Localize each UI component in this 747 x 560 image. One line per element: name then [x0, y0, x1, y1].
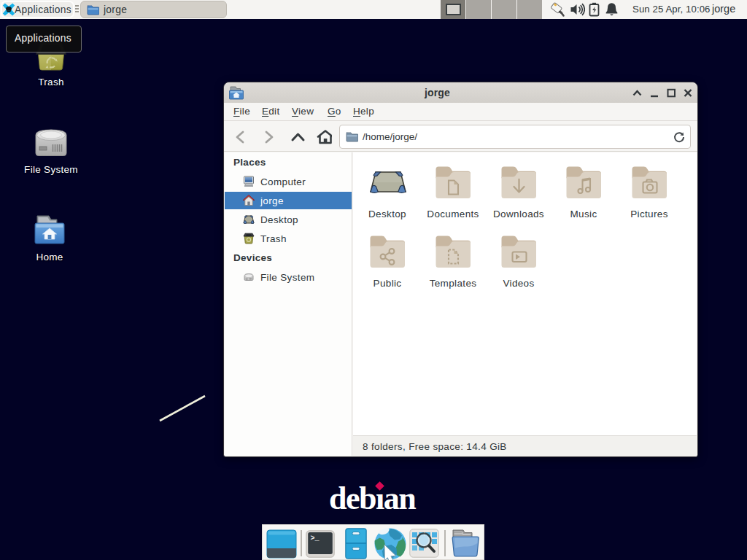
- svg-text:>_: >_: [311, 534, 320, 542]
